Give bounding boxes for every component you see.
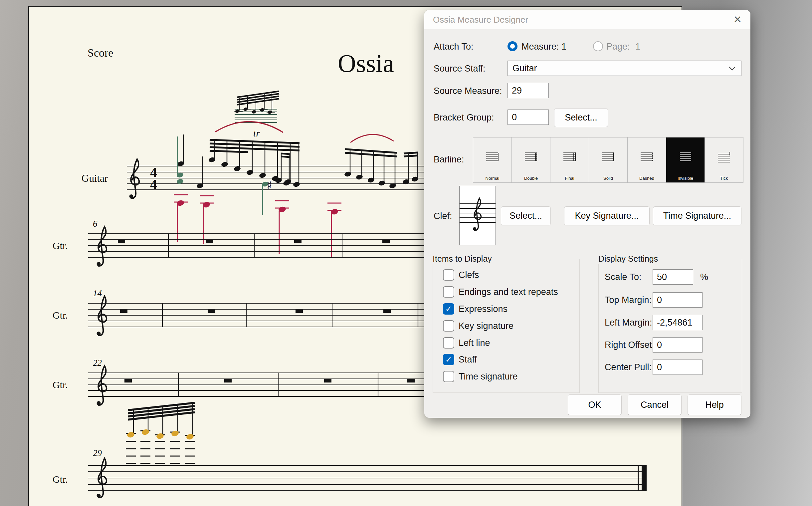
staff-checkbox[interactable]: ✓ xyxy=(443,354,454,365)
dialog-titlebar[interactable]: Ossia Measure Designer ✕ xyxy=(424,10,750,29)
slur-2[interactable] xyxy=(350,135,394,143)
close-icon[interactable]: ✕ xyxy=(733,15,742,25)
checkbox-row-left-line[interactable]: ✓ Left line xyxy=(443,337,490,348)
left-margin-input[interactable] xyxy=(653,315,703,330)
checkbox-row-time-signature[interactable]: ✓ Time signature xyxy=(443,371,518,382)
source-measure-input[interactable] xyxy=(508,83,549,98)
barline-normal-tile[interactable]: Normal xyxy=(473,137,512,183)
treble-clef-icon xyxy=(97,296,107,336)
dialog-title: Ossia Measure Designer xyxy=(433,15,528,25)
svg-text:♯: ♯ xyxy=(267,178,272,192)
ok-button[interactable]: OK xyxy=(568,395,622,415)
top-margin-input[interactable] xyxy=(653,292,703,308)
left-line-checkbox[interactable]: ✓ xyxy=(443,337,454,348)
endings-checkbox[interactable]: ✓ xyxy=(443,286,454,298)
clef-preview[interactable] xyxy=(459,186,496,245)
barline-final-tile[interactable]: Final xyxy=(550,137,589,183)
bracket-group-label: Bracket Group: xyxy=(434,112,494,123)
right-offset-input[interactable] xyxy=(653,337,703,352)
barline-solid-tile[interactable]: Solid xyxy=(589,137,628,183)
clef-select-button[interactable]: Select... xyxy=(501,206,551,225)
source-staff-dropdown[interactable]: Guitar xyxy=(508,61,741,76)
cancel-button[interactable]: Cancel xyxy=(628,395,682,415)
display-settings-group: Display Settings Scale To: % Top Margin:… xyxy=(598,259,742,393)
measure-number-6: 6 xyxy=(93,219,97,229)
trill-mark[interactable]: tr xyxy=(253,128,260,139)
checkbox-row-key-signature[interactable]: ✓ Key signature xyxy=(443,320,514,332)
staff-system-4[interactable]: 22 Gtr. xyxy=(53,358,425,405)
treble-clef-icon xyxy=(97,227,107,266)
barline-label: Barline: xyxy=(434,155,464,165)
help-button[interactable]: Help xyxy=(688,395,741,415)
source-measure-label: Source Measure: xyxy=(434,86,502,96)
staff-system-2[interactable]: 6 Gtr. xyxy=(53,219,425,266)
staff-label-gtr-3: Gtr. xyxy=(53,379,68,390)
barline-tick-icon xyxy=(717,152,732,163)
staff-system-3[interactable]: 14 Gtr. xyxy=(53,288,425,336)
measure-number-14: 14 xyxy=(93,288,102,298)
attach-measure-value[interactable]: 1 xyxy=(561,41,566,52)
beam-group-2[interactable] xyxy=(344,149,419,189)
source-staff-label: Source Staff: xyxy=(434,64,485,74)
scale-to-label: Scale To: xyxy=(605,272,642,282)
attach-measure-radio[interactable] xyxy=(508,41,518,51)
slur-trill[interactable] xyxy=(215,121,283,133)
center-pull-label: Center Pull: xyxy=(605,362,652,372)
bracket-group-select-button[interactable]: Select... xyxy=(554,108,608,127)
attach-page-radio[interactable] xyxy=(593,41,603,51)
time-signature-bottom: 4 xyxy=(150,177,157,192)
clef-label: Clef: xyxy=(434,211,452,222)
right-offset-label: Right Offset: xyxy=(605,340,655,350)
items-to-display-group: Items to Display ✓ Clefs ✓ Endings and t… xyxy=(433,259,580,393)
ossia-measure-designer-dialog: Ossia Measure Designer ✕ Attach To: Meas… xyxy=(424,10,750,418)
bracket-group-input[interactable] xyxy=(508,109,549,125)
barline-solid-icon xyxy=(601,152,616,161)
beam-group-1[interactable] xyxy=(208,140,300,187)
key-signature-button[interactable]: Key Signature... xyxy=(564,206,650,225)
scale-to-input[interactable] xyxy=(653,269,693,284)
staff-system-5[interactable]: 29 Gtr. xyxy=(53,448,647,498)
checkbox-row-staff[interactable]: ✓ Staff xyxy=(443,354,477,365)
barline-dashed-tile[interactable]: Dashed xyxy=(627,137,666,183)
attach-page-value: 1 xyxy=(635,41,640,52)
score-header: Score xyxy=(88,47,113,59)
measure-number-29: 29 xyxy=(93,448,102,458)
chord-teal[interactable] xyxy=(176,135,185,184)
barline-invisible-tile[interactable]: Invisible xyxy=(666,137,705,183)
key-signature-checkbox[interactable]: ✓ xyxy=(443,320,454,332)
attach-measure-label: Measure: xyxy=(522,41,559,52)
measure-number-22: 22 xyxy=(93,358,102,368)
staff-label-gtr-2: Gtr. xyxy=(53,310,68,321)
barline-double-icon xyxy=(524,152,539,161)
scale-to-suffix: % xyxy=(700,272,708,282)
staff-label-guitar: Guitar xyxy=(82,172,108,184)
gold-beam-group[interactable] xyxy=(126,403,195,463)
time-signature-button[interactable]: Time Signature... xyxy=(653,206,741,225)
checkbox-row-endings[interactable]: ✓ Endings and text repeats xyxy=(443,286,558,298)
center-pull-input[interactable] xyxy=(653,359,703,375)
clefs-checkbox[interactable]: ✓ xyxy=(443,269,454,281)
ossia-mini-measure[interactable] xyxy=(234,91,279,122)
staff-label-gtr-4: Gtr. xyxy=(53,474,68,485)
items-to-display-title: Items to Display xyxy=(433,254,495,264)
barline-normal-icon xyxy=(485,152,500,161)
crimson-notes[interactable] xyxy=(174,195,342,258)
barline-dashed-icon xyxy=(639,152,655,161)
checkbox-row-clefs[interactable]: ✓ Clefs xyxy=(443,269,479,281)
attach-page-label: Page: xyxy=(606,41,630,52)
barline-double-tile[interactable]: Double xyxy=(512,137,550,183)
checkbox-row-expressions[interactable]: ✓ Expressions xyxy=(443,303,508,315)
treble-clef-icon xyxy=(473,198,481,230)
barline-final-icon xyxy=(562,152,577,161)
time-signature-checkbox[interactable]: ✓ xyxy=(443,371,454,382)
treble-clef-icon xyxy=(129,159,140,198)
display-settings-title: Display Settings xyxy=(598,254,661,264)
expressions-checkbox[interactable]: ✓ xyxy=(443,303,454,315)
treble-clef-icon xyxy=(97,366,107,405)
barline-invisible-icon xyxy=(678,152,693,161)
score-title: Ossia xyxy=(338,49,394,77)
barline-options: Normal Double Final Solid xyxy=(473,137,743,183)
left-margin-label: Left Margin: xyxy=(605,318,652,328)
chevron-down-icon xyxy=(728,66,736,71)
barline-tick-tile[interactable]: Tick xyxy=(705,137,743,183)
